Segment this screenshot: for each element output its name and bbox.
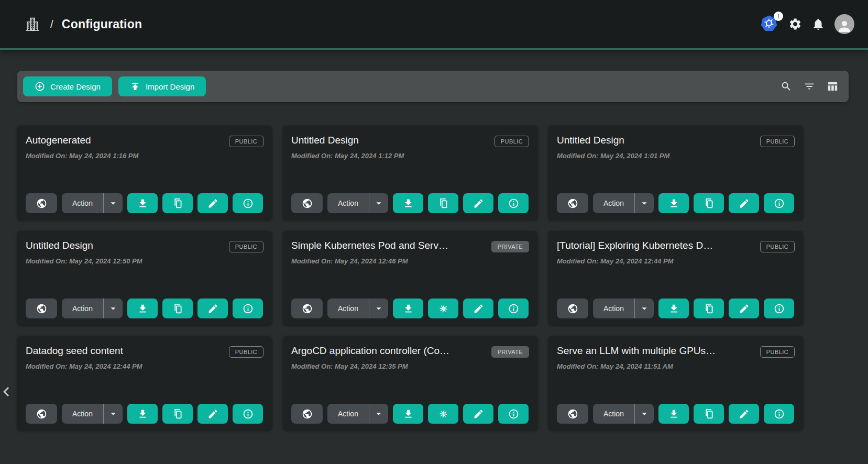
download-button[interactable] [658, 193, 689, 213]
pencil-icon [207, 303, 218, 314]
clone-button[interactable] [428, 193, 458, 213]
action-button-label[interactable]: Action [593, 193, 634, 213]
edit-button[interactable] [463, 404, 493, 424]
design-card: [Tutorial] Exploring Kubernetes D… PUBLI… [548, 231, 803, 325]
clone-button[interactable] [694, 193, 724, 213]
sidebar-collapse-chevron-icon[interactable] [0, 382, 16, 401]
info-button[interactable] [764, 299, 794, 318]
action-button-label[interactable]: Action [62, 193, 103, 213]
edit-button[interactable] [463, 193, 493, 213]
globe-icon [567, 198, 578, 209]
action-dropdown-caret[interactable] [103, 193, 123, 213]
copy-icon [172, 303, 183, 314]
info-button[interactable] [233, 193, 263, 213]
clone-button[interactable] [162, 193, 193, 213]
download-button[interactable] [393, 193, 423, 213]
design-card: Autogenerated PUBLIC Modified On: May 24… [17, 126, 272, 220]
action-dropdown-caret[interactable] [634, 193, 654, 213]
copy-icon [172, 198, 183, 209]
download-button[interactable] [658, 299, 689, 318]
edit-button[interactable] [729, 404, 759, 424]
edit-button[interactable] [197, 299, 228, 318]
action-split-button[interactable]: Action [62, 193, 123, 213]
design-title: Untitled Design [291, 135, 359, 146]
edit-button[interactable] [197, 193, 228, 213]
action-button-label[interactable]: Action [327, 193, 369, 213]
visibility-globe-button[interactable] [291, 404, 323, 424]
design-title: Untitled Design [26, 240, 93, 251]
edit-button[interactable] [463, 299, 493, 318]
action-split-button[interactable]: Action [593, 299, 654, 318]
action-split-button[interactable]: Action [327, 299, 388, 318]
settings-gear-icon[interactable] [788, 17, 802, 31]
action-split-button[interactable]: Action [62, 404, 123, 424]
info-button[interactable] [764, 193, 794, 213]
visibility-globe-button[interactable] [291, 193, 323, 213]
action-button-label[interactable]: Action [593, 404, 634, 424]
clone-button[interactable] [694, 404, 724, 424]
visibility-globe-button[interactable] [557, 193, 588, 213]
create-design-button[interactable]: Create Design [23, 76, 112, 96]
info-button[interactable] [233, 404, 263, 424]
download-button[interactable] [127, 193, 158, 213]
download-button[interactable] [393, 404, 423, 424]
design-title: Untitled Design [557, 135, 624, 146]
action-button-label[interactable]: Action [327, 404, 369, 424]
action-dropdown-caret[interactable] [103, 404, 123, 424]
globe-icon [302, 198, 313, 209]
import-design-label: Import Design [146, 82, 194, 91]
download-button[interactable] [658, 404, 689, 424]
clone-button[interactable] [428, 299, 458, 318]
kubernetes-context-button[interactable]: 1 [760, 15, 779, 34]
organization-building-icon[interactable] [24, 16, 41, 32]
info-button[interactable] [498, 299, 529, 318]
upload-icon [130, 81, 140, 92]
action-dropdown-caret[interactable] [634, 404, 654, 424]
visibility-globe-button[interactable] [26, 404, 57, 424]
table-view-icon[interactable] [827, 81, 838, 92]
clone-button[interactable] [694, 299, 724, 318]
action-dropdown-caret[interactable] [634, 299, 654, 318]
action-dropdown-caret[interactable] [369, 299, 388, 318]
action-dropdown-caret[interactable] [369, 193, 388, 213]
download-button[interactable] [127, 299, 158, 318]
download-button[interactable] [393, 299, 423, 318]
action-button-label[interactable]: Action [593, 299, 634, 318]
clone-button[interactable] [162, 299, 193, 318]
action-button-label[interactable]: Action [62, 404, 103, 424]
info-button[interactable] [233, 299, 263, 318]
modified-date: Modified On: May 24, 2024 1:01 PM [557, 152, 795, 160]
visibility-globe-button[interactable] [557, 299, 588, 318]
download-icon [137, 408, 148, 419]
action-split-button[interactable]: Action [593, 193, 654, 213]
action-split-button[interactable]: Action [327, 193, 388, 213]
import-design-button[interactable]: Import Design [118, 76, 206, 96]
design-card: Untitled Design PUBLIC Modified On: May … [283, 126, 537, 220]
info-button[interactable] [498, 404, 529, 424]
action-split-button[interactable]: Action [327, 404, 388, 424]
card-header: Serve an LLM with multiple GPUs… PUBLIC [557, 345, 795, 358]
clone-button[interactable] [162, 404, 193, 424]
action-button-label[interactable]: Action [327, 299, 369, 318]
search-icon[interactable] [781, 81, 792, 92]
clone-button[interactable] [428, 404, 458, 424]
visibility-globe-button[interactable] [26, 193, 57, 213]
modified-date: Modified On: May 24, 2024 11:51 AM [557, 362, 795, 370]
edit-button[interactable] [197, 404, 228, 424]
info-button[interactable] [764, 404, 794, 424]
filter-icon[interactable] [804, 81, 815, 92]
edit-button[interactable] [729, 299, 759, 318]
action-split-button[interactable]: Action [62, 299, 123, 318]
download-button[interactable] [127, 404, 158, 424]
visibility-globe-button[interactable] [26, 299, 57, 318]
action-split-button[interactable]: Action [593, 404, 654, 424]
visibility-globe-button[interactable] [557, 404, 588, 424]
visibility-globe-button[interactable] [291, 299, 323, 318]
notifications-bell-icon[interactable] [811, 17, 825, 31]
user-avatar[interactable] [834, 14, 854, 34]
action-dropdown-caret[interactable] [369, 404, 388, 424]
action-dropdown-caret[interactable] [103, 299, 123, 318]
info-button[interactable] [498, 193, 529, 213]
action-button-label[interactable]: Action [62, 299, 103, 318]
edit-button[interactable] [729, 193, 759, 213]
